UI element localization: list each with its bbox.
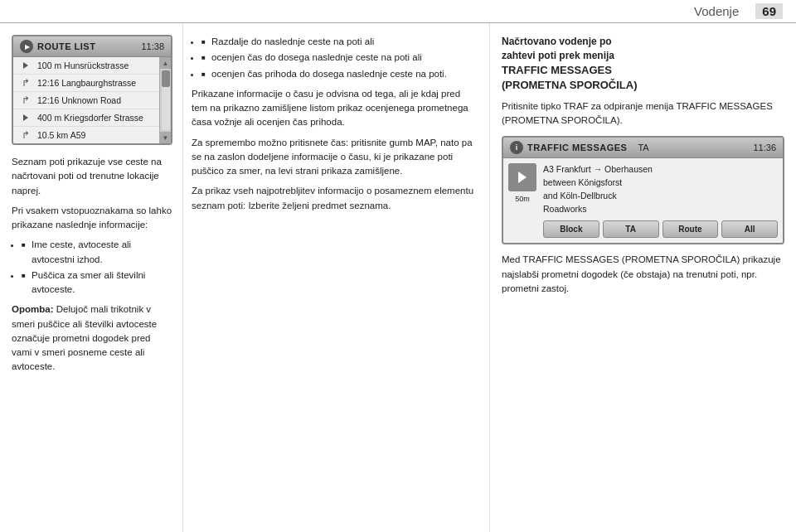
scroll-track (162, 70, 170, 130)
col-right: Načrtovano vodenje pozahtevi poti prek m… (489, 23, 796, 532)
traffic-header: i TRAFFIC MESSAGES TA 11:36 (503, 138, 783, 158)
center-bullet-item: ocenjen čas do dosega naslednje ceste na… (201, 51, 478, 65)
list-item: 400 m Kriegsdorfer Strasse (13, 109, 171, 127)
scroll-thumb[interactable] (162, 70, 170, 87)
traffic-buttons: Block TA Route All (543, 220, 778, 238)
col-left: ROUTE LIST 11:38 100 m Hunsrückstrasse ↱… (0, 23, 182, 532)
center-bullet-item: Razdalje do naslednje ceste na poti ali (201, 35, 478, 49)
route-item-text: 12:16 Unknown Road (37, 95, 166, 105)
traffic-distance: 50m (515, 195, 530, 203)
left-bullet-item: Ime ceste, avtoceste ali avtocestni izho… (22, 238, 172, 267)
route-list-header-left: ROUTE LIST (20, 40, 95, 53)
traffic-message-line: between Königsforst (543, 177, 778, 190)
traffic-direction-icon (508, 163, 536, 191)
traffic-message-panel: A3 Frankfurt → Oberhausen between Königs… (543, 163, 778, 238)
traffic-route-button[interactable]: Route (663, 220, 719, 238)
turn-icon: ↱ (18, 94, 33, 106)
traffic-block-button[interactable]: Block (543, 220, 599, 238)
scroll-up-button[interactable]: ▲ (160, 57, 172, 69)
list-item: ↱ 10.5 km A59 (13, 127, 171, 143)
route-item-text: 400 m Kriegsdorfer Strasse (37, 113, 166, 123)
center-para1: Prikazane informacije o času je odvisna … (192, 87, 478, 130)
col-center: Razdalje do naslednje ceste na poti ali … (182, 23, 489, 532)
page-title: Vodenje (694, 4, 739, 18)
left-para2: Pri vsakem vstopuoznakama so lahko prika… (12, 204, 172, 233)
right-heading1-text: Načrtovano vodenje pozahtevi poti prek m… (502, 36, 637, 91)
traffic-body: 50m A3 Frankfurt → Oberhausen between Kö… (503, 158, 783, 243)
center-para3: Za prikaz vseh najpotrebljitev informaci… (192, 184, 478, 213)
note-text: Delujoč mali trikotnik v smeri puščice a… (12, 304, 157, 371)
turn-icon: ↱ (18, 77, 33, 89)
traffic-icon: i (510, 141, 523, 154)
straight-arrow-icon (18, 112, 33, 123)
traffic-clock: 11:36 (753, 143, 776, 152)
straight-arrow-icon (18, 60, 33, 71)
page-header: Vodenje 69 (0, 0, 796, 23)
right-heading1: Načrtovano vodenje pozahtevi poti prek m… (502, 35, 784, 93)
route-item-text: 12:16 Langbaurghstrasse (37, 78, 166, 88)
route-list-title: ROUTE LIST (37, 41, 95, 51)
traffic-header-left: i TRAFFIC MESSAGES TA (510, 141, 649, 154)
traffic-arrow-icon (518, 172, 527, 183)
traffic-message-line: and Köln-Dellbruck (543, 190, 778, 203)
right-footer-text: Med TRAFFIC MESSAGES (PROMETNA SPOROČILA… (502, 253, 784, 296)
traffic-all-button[interactable]: All (721, 220, 778, 238)
note-label: Opomba: (12, 304, 53, 314)
left-bullet-item: Puščica za smer ali številni avtoceste. (22, 268, 172, 297)
list-item: 100 m Hunsrückstrasse (13, 57, 171, 75)
route-list-header: ROUTE LIST 11:38 (13, 36, 171, 57)
route-item-text: 100 m Hunsrückstrasse (37, 60, 166, 70)
traffic-message-line: A3 Frankfurt → Oberhausen (543, 163, 778, 177)
page-number: 69 (755, 3, 783, 19)
list-item: ↱ 12:16 Langbaurghstrasse (13, 75, 171, 92)
left-para1: Seznam poti prikazuje vse ceste na načrt… (12, 155, 172, 198)
list-item: ↱ 12:16 Unknown Road (13, 92, 171, 109)
center-bullet-item: ocenjen čas prihoda do dosega naslednje … (201, 67, 478, 81)
scrollbar[interactable]: ▲ ▼ (159, 57, 171, 143)
traffic-ta-button[interactable]: TA (603, 220, 659, 238)
route-item-text: 10.5 km A59 (37, 130, 166, 140)
route-list-widget: ROUTE LIST 11:38 100 m Hunsrückstrasse ↱… (12, 35, 172, 145)
traffic-title: TRAFFIC MESSAGES (527, 143, 627, 152)
traffic-widget: i TRAFFIC MESSAGES TA 11:36 50m A3 Frank… (502, 136, 784, 244)
route-list-body: 100 m Hunsrückstrasse ↱ 12:16 Langbaurgh… (13, 57, 171, 143)
turn-icon: ↱ (18, 129, 33, 141)
left-note: Opomba: Delujoč mali trikotnik v smeri p… (12, 302, 172, 374)
left-bullet-list: Ime ceste, avtoceste ali avtocestni izho… (22, 238, 172, 297)
right-para1: Pritisnite tipko TRAF za odpiranje menij… (502, 99, 784, 128)
center-para2: Za spremembo možno pritisnete čas: priti… (192, 136, 478, 179)
route-list-clock: 11:38 (141, 41, 164, 51)
traffic-left-panel: 50m (508, 163, 536, 238)
scroll-down-button[interactable]: ▼ (160, 132, 172, 143)
center-bullet-list: Razdalje do naslednje ceste na poti ali … (201, 35, 478, 81)
traffic-ta-label: TA (638, 143, 648, 152)
right-para1-text: Pritisnite tipko TRAF za odpiranje menij… (502, 101, 773, 125)
route-list-icon (20, 40, 33, 53)
main-content: ROUTE LIST 11:38 100 m Hunsrückstrasse ↱… (0, 23, 796, 532)
traffic-message-line: Roadworks (543, 203, 778, 216)
